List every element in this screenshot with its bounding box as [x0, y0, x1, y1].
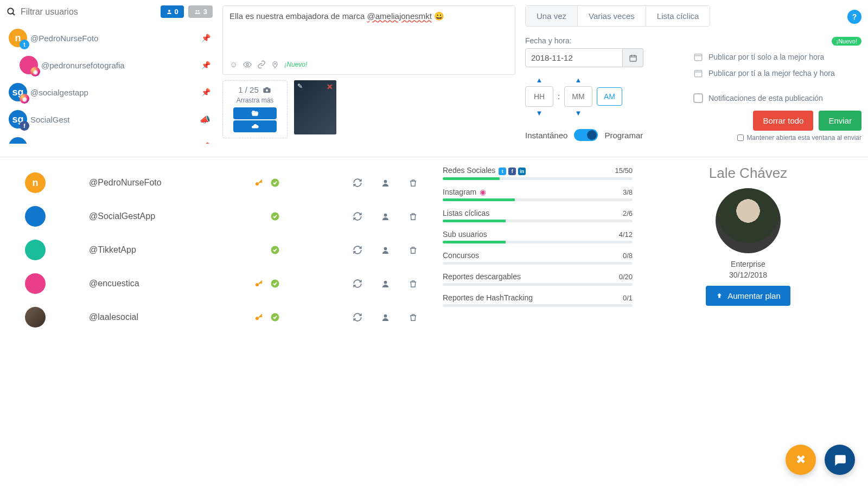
refresh-icon[interactable]	[353, 279, 362, 288]
delete-media-icon[interactable]: ✕	[327, 82, 333, 91]
trash-icon[interactable]	[409, 313, 418, 322]
user-settings-icon[interactable]	[381, 178, 390, 188]
emoji-picker-icon[interactable]: ☺	[229, 60, 238, 69]
pin-icon[interactable]: 📌	[201, 142, 210, 144]
media-uploader[interactable]: 1 / 25 Arrastra más	[222, 80, 288, 138]
link-icon[interactable]	[257, 60, 266, 69]
tw-badge-icon: t	[20, 40, 29, 49]
keep-open-checkbox[interactable]: Mantener abierta esta ventana al enviar	[693, 134, 861, 142]
svg-point-18	[384, 179, 387, 183]
user-settings-icon[interactable]	[381, 212, 390, 221]
sidebar-user-item[interactable]: nt @PedroNurseFoto 📌	[7, 24, 213, 52]
pin-icon[interactable]: 📌	[201, 34, 210, 42]
user-avatar: sg◉	[9, 83, 27, 101]
usage-bar	[443, 220, 633, 222]
svg-point-2	[168, 10, 170, 12]
sidebar-user-item[interactable]: sg◉ @socialgestapp 📌	[7, 79, 213, 106]
refresh-icon[interactable]	[353, 245, 362, 255]
check-circle-icon	[270, 178, 280, 188]
refresh-icon[interactable]	[353, 211, 362, 221]
help-icon[interactable]: ?	[847, 10, 861, 24]
arrow-up-icon	[716, 292, 723, 300]
user-settings-icon[interactable]	[381, 313, 390, 322]
trash-icon[interactable]	[409, 246, 418, 255]
user-handle: @pedronursefotografia	[41, 61, 125, 70]
svg-point-25	[384, 280, 387, 284]
location-icon[interactable]	[271, 60, 279, 69]
edit-media-icon[interactable]: ✎	[297, 82, 303, 90]
usage-ratio: 2/6	[623, 209, 633, 217]
refresh-icon[interactable]	[353, 178, 362, 188]
filter-users-input[interactable]	[21, 7, 156, 17]
upload-folder-button[interactable]	[233, 107, 277, 119]
user-avatar: sgt	[9, 137, 27, 144]
groups-count: 3	[203, 8, 207, 16]
user-settings-icon[interactable]	[381, 246, 390, 255]
schedule-tab[interactable]: Una vez	[526, 6, 577, 26]
checkbox-icon[interactable]	[693, 93, 703, 103]
account-handle: @TikketApp	[89, 245, 136, 255]
profile-card: Lale Chávez Enterprise 30/12/2018 Aument…	[643, 163, 853, 477]
upload-cloud-button[interactable]	[233, 120, 277, 132]
profile-avatar	[716, 188, 781, 253]
profile-name: Lale Chávez	[643, 165, 853, 182]
schedule-tab[interactable]: Lista cíclica	[646, 6, 710, 26]
minute-up-icon[interactable]: ▲	[575, 76, 582, 84]
refresh-icon[interactable]	[353, 312, 362, 322]
pin-icon[interactable]: 📌	[201, 88, 210, 97]
key-icon	[254, 279, 264, 288]
compose-emoji: 😀	[434, 11, 444, 21]
compose-mention: @ameliajonesmkt	[367, 11, 431, 21]
check-circle-icon	[270, 211, 280, 221]
opt-best-datetime[interactable]: Publicar por tí a la mejor fecha y hora	[693, 68, 861, 78]
sidebar-user-list: nt @PedroNurseFoto 📌 ◉ @pedronursefotogr…	[7, 24, 213, 144]
fb-badge-icon: f	[20, 121, 29, 131]
compose-box[interactable]: Ella es nuestra embajadora de marca @ame…	[222, 5, 515, 75]
svg-point-16	[256, 182, 259, 185]
minute-down-icon[interactable]: ▼	[575, 109, 582, 117]
hour-input[interactable]	[525, 86, 553, 107]
hour-down-icon[interactable]: ▼	[536, 109, 543, 117]
user-settings-icon[interactable]	[381, 279, 390, 288]
trash-icon[interactable]	[409, 212, 418, 221]
ampm-toggle[interactable]: AM	[597, 87, 622, 106]
preview-icon[interactable]	[243, 60, 252, 69]
usage-label: Reportes descargables	[443, 272, 521, 281]
sidebar-user-item[interactable]: sgt @SocialGestApp 📌	[7, 133, 213, 144]
usage-row: Concursos 0/8	[443, 251, 633, 265]
minute-input[interactable]	[564, 86, 592, 107]
media-thumbnail[interactable]: ✎ ✕	[294, 80, 336, 134]
accounts-table: n @PedroNurseFoto @SocialGestApp @Tikket…	[15, 163, 427, 477]
compose-text[interactable]: Ella es nuestra embajadora de marca @ame…	[229, 11, 508, 21]
date-input[interactable]	[525, 48, 623, 67]
hour-up-icon[interactable]: ▲	[536, 76, 543, 84]
usage-ratio: 0/1	[623, 294, 633, 302]
schedule-label: Programar	[604, 131, 643, 140]
send-button[interactable]: Enviar	[819, 111, 861, 131]
trash-icon[interactable]	[409, 279, 418, 288]
fab-chat-icon[interactable]	[825, 445, 855, 475]
fab-close-icon[interactable]: ✖	[786, 445, 816, 475]
selected-users-count: 0	[175, 8, 178, 16]
calendar-picker-icon[interactable]	[623, 48, 643, 67]
opt-notify[interactable]: Notificaciones de esta publicación	[693, 93, 861, 103]
sidebar-user-item[interactable]: sgf SocialGest 📣	[7, 106, 213, 133]
svg-rect-12	[694, 54, 702, 61]
svg-point-4	[197, 10, 199, 11]
ig-badge-icon: ◉	[30, 67, 40, 76]
opt-best-hour[interactable]: Publicar por tí solo a la mejor hora	[693, 52, 861, 62]
schedule-toggle[interactable]	[574, 129, 598, 141]
pin-icon[interactable]: 📌	[201, 61, 210, 69]
groups-badge[interactable]: 3	[188, 5, 213, 18]
sidebar-user-item[interactable]: ◉ @pedronursefotografia 📌	[7, 52, 213, 79]
usage-ratio: 0/8	[623, 252, 633, 260]
ig-badge-icon: ◉	[20, 94, 29, 104]
selected-users-badge[interactable]: 0	[161, 5, 184, 18]
upgrade-plan-button[interactable]: Aumentar plan	[706, 286, 790, 306]
svg-rect-14	[694, 70, 702, 77]
schedule-tab[interactable]: Varias veces	[577, 6, 646, 26]
trash-icon[interactable]	[409, 178, 418, 188]
usage-ratio: 3/8	[623, 188, 633, 196]
svg-point-23	[256, 283, 259, 286]
clear-all-button[interactable]: Borrar todo	[753, 111, 813, 131]
